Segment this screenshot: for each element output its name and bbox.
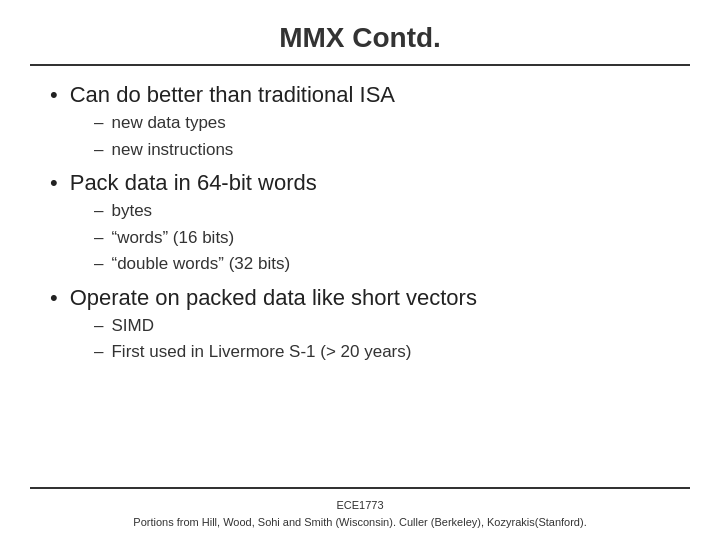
sub-bullet-1-1: – new data types — [94, 110, 670, 136]
bullet-item-3: • Operate on packed data like short vect… — [50, 285, 670, 365]
bullet-dot-2: • — [50, 170, 58, 196]
sub-bullet-2-1: – bytes — [94, 198, 670, 224]
title-divider — [30, 64, 690, 66]
sub-bullet-text-2-2: “words” (16 bits) — [111, 225, 234, 251]
footer-line2: Portions from Hill, Wood, Sohi and Smith… — [30, 514, 690, 531]
sub-bullet-3-2: – First used in Livermore S-1 (> 20 year… — [94, 339, 670, 365]
sub-bullets-3: – SIMD – First used in Livermore S-1 (> … — [94, 313, 670, 365]
footer-divider — [30, 487, 690, 489]
footer: ECE1773 Portions from Hill, Wood, Sohi a… — [0, 493, 720, 540]
footer-line1: ECE1773 — [30, 497, 690, 514]
bullet-text-3: Operate on packed data like short vector… — [70, 285, 477, 311]
sub-dash-2-1: – — [94, 198, 103, 224]
bullet-dot-3: • — [50, 285, 58, 311]
bullet-item-2: • Pack data in 64-bit words – bytes – “w… — [50, 170, 670, 277]
sub-bullet-3-1: – SIMD — [94, 313, 670, 339]
sub-dash-1-2: – — [94, 137, 103, 163]
slide-title: MMX Contd. — [0, 0, 720, 64]
bullet-text-1: Can do better than traditional ISA — [70, 82, 395, 108]
sub-dash-1-1: – — [94, 110, 103, 136]
sub-dash-2-2: – — [94, 225, 103, 251]
sub-bullet-1-2: – new instructions — [94, 137, 670, 163]
sub-bullets-1: – new data types – new instructions — [94, 110, 670, 162]
sub-bullets-2: – bytes – “words” (16 bits) – “double wo… — [94, 198, 670, 277]
bullet-main-2: • Pack data in 64-bit words — [50, 170, 670, 196]
sub-bullet-text-1-2: new instructions — [111, 137, 233, 163]
sub-dash-2-3: – — [94, 251, 103, 277]
sub-bullet-2-3: – “double words” (32 bits) — [94, 251, 670, 277]
sub-dash-3-1: – — [94, 313, 103, 339]
bullet-dot-1: • — [50, 82, 58, 108]
bullet-item-1: • Can do better than traditional ISA – n… — [50, 82, 670, 162]
sub-bullet-text-3-2: First used in Livermore S-1 (> 20 years) — [111, 339, 411, 365]
slide-content: • Can do better than traditional ISA – n… — [0, 82, 720, 479]
bullet-text-2: Pack data in 64-bit words — [70, 170, 317, 196]
sub-bullet-text-2-3: “double words” (32 bits) — [111, 251, 290, 277]
slide: MMX Contd. • Can do better than traditio… — [0, 0, 720, 540]
sub-bullet-text-3-1: SIMD — [111, 313, 154, 339]
sub-bullet-text-1-1: new data types — [111, 110, 225, 136]
sub-dash-3-2: – — [94, 339, 103, 365]
bullet-main-1: • Can do better than traditional ISA — [50, 82, 670, 108]
sub-bullet-2-2: – “words” (16 bits) — [94, 225, 670, 251]
sub-bullet-text-2-1: bytes — [111, 198, 152, 224]
bullet-main-3: • Operate on packed data like short vect… — [50, 285, 670, 311]
